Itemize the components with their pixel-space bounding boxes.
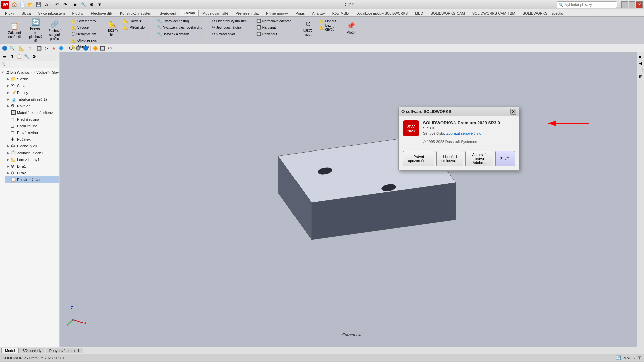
tab-modelovani-site[interactable]: Modelování sítě: [199, 10, 232, 16]
license-btn[interactable]: Licenční smlouva...: [436, 151, 463, 166]
3d-viewport[interactable]: Z X Y *Trimetrická ▶ ◀ ⬜ ⊞ O softwaru SO…: [60, 52, 644, 347]
ohyb-ze-skici-btn[interactable]: 📐 Ohyb ze skici: [69, 37, 99, 43]
nastrcnout-btn[interactable]: ⊙ Nastrč-nout: [300, 18, 316, 38]
hide-show-icon[interactable]: ⬡: [67, 45, 74, 52]
tab-konstrukcni-system[interactable]: Konstrukční systém: [116, 10, 156, 16]
bez-ohybu-btn[interactable]: 📐 Bezohybů: [317, 24, 338, 31]
pricny-zlom-btn[interactable]: 📐 Příčný zlom: [122, 24, 149, 31]
tree-item-pocatek[interactable]: ▶ ✚ Počátek: [5, 136, 59, 143]
display-style-icon[interactable]: 🔲: [36, 45, 42, 52]
tab-preneseni-dat[interactable]: Přenesení dat: [232, 10, 263, 16]
tab-doplnkove-moduly[interactable]: Doplňkové moduly SOLIDWORKS: [353, 10, 411, 16]
tree-item-tabulka[interactable]: ▶ 📊 Tabulka přířezů(1): [5, 96, 59, 103]
close-dialog-btn[interactable]: Zavřít: [495, 151, 515, 166]
tree-item-material[interactable]: ▶ 🔲 Materiál <není určen>: [5, 109, 59, 116]
minimize-button[interactable]: ─: [621, 1, 628, 8]
lem-z-hrany-btn[interactable]: 📐 Lem z hrany: [69, 18, 99, 24]
tree-item-horni-rovina[interactable]: ▶ ◻ Horní rovina: [5, 123, 59, 129]
close-button[interactable]: ✕: [636, 1, 643, 8]
command-search-box[interactable]: 🔍: [557, 1, 617, 8]
view-reference-icon[interactable]: 🔘: [75, 45, 82, 52]
dialog-close-button[interactable]: ✕: [510, 109, 516, 115]
vyztuzeni-btn[interactable]: 🔧 Vyztužení plechového dílu: [155, 24, 204, 31]
redo-btn[interactable]: ↷: [61, 1, 69, 8]
maximize-button[interactable]: □: [629, 1, 635, 8]
tazeny-lem-btn[interactable]: 📐 Taženýlem: [105, 18, 120, 38]
shaded-icon[interactable]: ▷: [43, 45, 50, 52]
tools-btn[interactable]: 🔧: [80, 1, 87, 8]
config-manager-icon[interactable]: 📋: [16, 53, 23, 60]
collapse-btn[interactable]: ◀: [638, 60, 644, 66]
tab-prvky[interactable]: Prvky: [1, 10, 18, 16]
select-btn[interactable]: ▶: [72, 1, 79, 8]
tvarovaci-nastroj-btn[interactable]: 🔧 Tvarovací nástroj: [155, 18, 204, 24]
tree-item-rovnice[interactable]: ▶ ⚙ Rovnice: [5, 103, 59, 109]
tab-sw-cam-tbm[interactable]: SOLIDWORKS CAM TBM: [469, 10, 519, 16]
zakladni-plech-btn[interactable]: 📋 Základníplech/ouško: [3, 20, 26, 41]
tree-item-plechovy-dil[interactable]: ▶ 🗂 Plechový díl: [5, 143, 59, 149]
appearance-icon[interactable]: 🔵: [82, 45, 89, 52]
prevest-btn[interactable]: 🔄 Převéstnaplechovýdíl: [26, 20, 44, 41]
tab-svarovani[interactable]: Svařování: [156, 10, 180, 16]
tab-analyzy[interactable]: Analýzy: [308, 10, 329, 16]
tree-item-predni-rovina[interactable]: ▶ ◻ Přední rovina: [5, 116, 59, 123]
print-btn[interactable]: 🖨: [43, 1, 50, 8]
tab-formy[interactable]: Formy: [180, 10, 199, 16]
tab-skica[interactable]: Skica: [18, 10, 35, 16]
options-btn[interactable]: ⚙: [88, 1, 95, 8]
tab-sw-cam[interactable]: SOLIDWORKS CAM: [427, 10, 469, 16]
okrajovy-lem-btn[interactable]: 〇 Okrajový lem: [69, 31, 99, 37]
ohnout-btn[interactable]: 📐 Ohnout: [317, 18, 338, 24]
feature-manager-icon[interactable]: ☰: [1, 53, 8, 60]
rozvinout-btn[interactable]: 🔲 Rozvinout: [254, 31, 295, 37]
shadows-icon[interactable]: 🔺: [50, 45, 57, 52]
tree-item-prava-rovina[interactable]: ▶ ◻ Pravá rovina: [5, 129, 59, 136]
view-tab-3d-pohled[interactable]: 3D pohledy: [19, 348, 45, 353]
fullscreen-btn[interactable]: ⬜: [638, 67, 644, 73]
view-orient-icon[interactable]: 🔵: [1, 45, 8, 52]
tab-popis[interactable]: Popis: [292, 10, 309, 16]
screen-capture-icon[interactable]: 🔲: [99, 45, 106, 52]
rohy-btn[interactable]: 📐 Rohy ▼: [122, 18, 149, 24]
undo-btn[interactable]: ↶: [53, 1, 61, 8]
tab-plochy[interactable]: Plochy: [69, 10, 87, 16]
tree-item-cidla[interactable]: ▶ 👁 Čidla: [5, 82, 59, 89]
dropdown-btn[interactable]: ▼: [96, 1, 103, 8]
tab-plechove-dily[interactable]: Plechové díly: [87, 10, 116, 16]
legal-btn[interactable]: Právní upozornění...: [403, 151, 434, 166]
view-sketch-icon[interactable]: ◻: [26, 45, 33, 52]
save-btn[interactable]: 💾: [35, 1, 42, 8]
tree-item-popisy[interactable]: ▶ 📝 Popisy: [5, 89, 59, 96]
normove-odebrani-btn[interactable]: 🔲 Normálové odebrání: [254, 18, 295, 24]
display-manager-icon[interactable]: ⚙: [31, 53, 38, 60]
view-tab-pohybova-studie[interactable]: Pohybová studie 1: [46, 348, 84, 353]
vetraci-otvor-btn[interactable]: ✂ Větrací otvor: [210, 31, 249, 37]
tree-item-zakladni-plech1[interactable]: ▶ 📋 Základní plech1: [5, 149, 59, 156]
tree-item-slozka[interactable]: ▶ 📁 Složka: [5, 76, 59, 82]
vyboceni-btn[interactable]: 📐 Vybočení: [69, 24, 99, 31]
property-manager-icon[interactable]: ⬆: [9, 53, 15, 60]
display-mgr-icon[interactable]: ⚙: [107, 45, 113, 52]
tree-item-rozvinuty-tvar[interactable]: ▶ 📋 Rozvinutý tvar: [5, 176, 59, 183]
open-btn[interactable]: 📂: [27, 1, 34, 8]
tab-prime-upravy[interactable]: Přímé úpravy: [262, 10, 291, 16]
tree-item-dira2[interactable]: ▶ ⊙ Díra2: [5, 170, 59, 176]
vlozit-btn[interactable]: 📌 Vložit: [344, 18, 358, 38]
zoom-icon[interactable]: 🔍: [9, 45, 15, 52]
tree-item-lem-z-hrany1[interactable]: ▶ 📐 Lem z hrany1: [5, 156, 59, 163]
dim-expert-icon[interactable]: 🔧: [23, 53, 30, 60]
serial-link[interactable]: Zobrazit sériové číslo: [446, 131, 481, 135]
jednoducha-dira-btn[interactable]: ✂ Jednoduchá díra: [210, 24, 249, 31]
odebrani-btn[interactable]: ✂ Odebrání vysunutím: [210, 18, 249, 24]
tab-koty-mbd[interactable]: Kóty MBD: [329, 10, 353, 16]
jazycek-btn[interactable]: 🔧 Jazýček a drážka: [155, 31, 204, 37]
narovnat-btn[interactable]: 🔲 Narovnat: [254, 24, 295, 31]
zoom-fit-btn[interactable]: ⊞: [638, 74, 644, 80]
new-btn[interactable]: 📄: [19, 1, 26, 8]
tab-sw-inspection[interactable]: SOLIDWORKS Inspection: [519, 10, 569, 16]
search-input[interactable]: [565, 3, 615, 7]
tree-item-dira1[interactable]: ▶ ⊙ Díra1: [5, 163, 59, 170]
view-tab-model[interactable]: Model: [1, 348, 19, 353]
copyright-btn[interactable]: Autorská práva Adobe...: [465, 151, 493, 166]
tab-skica-inkoustem[interactable]: Skica inkoustem: [34, 10, 68, 16]
